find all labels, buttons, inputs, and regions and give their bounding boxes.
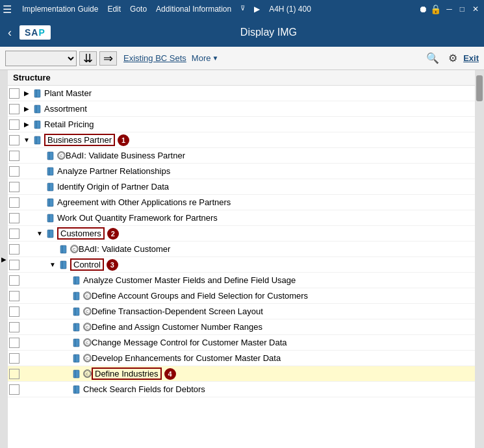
- expand-collapse-icon[interactable]: ▼: [22, 136, 31, 145]
- svg-rect-16: [47, 199, 53, 206]
- tree-row-checkbox[interactable]: [9, 135, 19, 145]
- tree-scroll[interactable]: ▶Plant Master▶Assortment▶Retail Pricing▼…: [8, 86, 475, 445]
- menu-implementation-guide[interactable]: Implementation Guide: [18, 5, 102, 14]
- node-label: Customers: [57, 227, 105, 240]
- tree-row[interactable]: Analyze Customer Master Fields and Defin…: [8, 273, 475, 288]
- step-badge: 2: [107, 228, 119, 240]
- svg-rect-4: [34, 121, 40, 129]
- tree-row[interactable]: Work Out Quantity Framework for Partners: [8, 210, 475, 226]
- title-bar: ☰ Implementation Guide Edit Goto Additio…: [0, 0, 484, 18]
- tree-row[interactable]: ▼Business Partner1: [8, 132, 475, 148]
- tree-row-checkbox[interactable]: [9, 151, 19, 161]
- menu-arrow[interactable]: ▶: [250, 5, 264, 14]
- tree-row[interactable]: Analyze Partner Relationships: [8, 164, 475, 179]
- arrow-right-btn[interactable]: ⇒: [99, 51, 117, 66]
- tree-row[interactable]: CDefine and Assign Customer Number Range…: [8, 319, 475, 335]
- node-label: Agreement with Other Applications re Par…: [57, 197, 231, 207]
- tree-row[interactable]: CDevelop Enhancements for Customer Maste…: [8, 351, 475, 366]
- minimize-btn[interactable]: ─: [444, 5, 455, 14]
- tree-row-checkbox[interactable]: [9, 384, 19, 395]
- tree-row[interactable]: ▼Control3: [8, 257, 475, 273]
- tree-row-checkbox[interactable]: [9, 275, 19, 286]
- expand-collapse-icon: [35, 214, 44, 223]
- node-book-icon: [32, 119, 43, 130]
- expand-collapse-icon[interactable]: ▶: [22, 89, 31, 98]
- scroll-thumb[interactable]: [476, 75, 483, 101]
- app-title: Display IMG: [58, 27, 479, 38]
- tree-row[interactable]: CDefine Account Groups and Field Selecti…: [8, 288, 475, 304]
- node-circle-icon: C: [83, 292, 92, 300]
- svg-rect-0: [34, 90, 40, 97]
- tree-row[interactable]: ▶Assortment: [8, 101, 475, 117]
- menu-edit[interactable]: Edit: [103, 5, 125, 14]
- menu-goto[interactable]: Goto: [126, 5, 151, 14]
- expand-collapse-icon: [61, 338, 70, 347]
- settings-button[interactable]: ⚙: [445, 51, 461, 66]
- svg-text:C: C: [86, 356, 89, 360]
- double-arrow-down-btn[interactable]: ⇊: [79, 51, 97, 66]
- expand-collapse-icon[interactable]: ▼: [48, 260, 57, 269]
- tree-row[interactable]: CBAdI: Validate Customer: [8, 242, 475, 257]
- expand-collapse-icon: [61, 354, 70, 363]
- tree-row-checkbox[interactable]: [9, 182, 19, 192]
- tree-row-checkbox[interactable]: [9, 197, 19, 208]
- tree-row-checkbox[interactable]: [9, 229, 19, 239]
- left-nav-arrow[interactable]: ▶: [1, 256, 6, 263]
- node-label: BAdI: Validate Business Partner: [66, 151, 185, 160]
- search-button[interactable]: 🔍: [423, 51, 442, 66]
- menu-instance: A4H (1) 400: [265, 5, 315, 14]
- tree-row-checkbox[interactable]: [9, 369, 19, 379]
- tree-row-checkbox[interactable]: [9, 306, 19, 317]
- tree-row-checkbox[interactable]: [9, 213, 19, 223]
- expand-collapse-icon[interactable]: ▶: [22, 120, 31, 129]
- hamburger-menu[interactable]: ☰: [3, 3, 12, 16]
- tree-row[interactable]: ▼Customers2: [8, 226, 475, 242]
- tree-row[interactable]: CChange Message Control for Customer Mas…: [8, 335, 475, 351]
- svg-text:C: C: [86, 341, 89, 345]
- svg-rect-50: [73, 370, 79, 378]
- tree-row[interactable]: ▶Plant Master: [8, 86, 475, 101]
- tree-row-checkbox[interactable]: [9, 260, 19, 270]
- svg-rect-42: [73, 339, 79, 347]
- existing-bc-sets-link[interactable]: Existing BC Sets: [123, 53, 186, 63]
- toolbar: ⇊ ⇒ Existing BC Sets More ▼ 🔍 ⚙ Exit: [0, 47, 484, 70]
- menu-additional-information[interactable]: Additional Information: [152, 5, 235, 14]
- left-indicator: ▶: [0, 70, 8, 448]
- svg-rect-18: [47, 214, 53, 222]
- exit-button[interactable]: Exit: [463, 53, 479, 63]
- tree-row[interactable]: Agreement with Other Applications re Par…: [8, 195, 475, 210]
- more-dropdown[interactable]: More ▼: [192, 53, 219, 63]
- tree-row-checkbox[interactable]: [9, 291, 19, 301]
- node-label: Define Account Groups and Field Selectio…: [92, 291, 308, 301]
- tree-row-checkbox[interactable]: [9, 322, 19, 332]
- tree-row-checkbox[interactable]: [9, 338, 19, 348]
- close-btn[interactable]: ✕: [470, 5, 481, 14]
- record-icon[interactable]: ⏺: [418, 4, 427, 14]
- tree-row[interactable]: ▶Retail Pricing: [8, 117, 475, 132]
- node-label: Identify Origin of Partner Data: [57, 182, 169, 192]
- vertical-scrollbar[interactable]: [475, 70, 484, 448]
- tree-row-checkbox[interactable]: [9, 119, 19, 130]
- app-bar: ‹ SAP Display IMG: [0, 18, 484, 47]
- node-book-icon: [45, 151, 56, 161]
- tree-row[interactable]: CBAdI: Validate Business Partner: [8, 148, 475, 164]
- lock-icon[interactable]: 🔒: [430, 4, 441, 14]
- tree-row[interactable]: Check Search Fields for Debtors: [8, 382, 475, 397]
- node-book-icon: [58, 244, 69, 255]
- tree-row[interactable]: CDefine Transaction-Dependent Screen Lay…: [8, 304, 475, 319]
- tree-row-checkbox[interactable]: [9, 244, 19, 255]
- tree-row[interactable]: CDefine Industries4: [8, 366, 475, 382]
- tree-row-checkbox[interactable]: [9, 88, 19, 99]
- expand-collapse-icon: [35, 182, 44, 192]
- tree-row-checkbox[interactable]: [9, 104, 19, 114]
- expand-collapse-icon[interactable]: ▶: [22, 105, 31, 114]
- node-book-icon: [71, 322, 82, 332]
- maximize-btn[interactable]: □: [457, 5, 467, 14]
- tree-row-checkbox[interactable]: [9, 353, 19, 364]
- tree-row-checkbox[interactable]: [9, 166, 19, 177]
- back-button[interactable]: ‹: [5, 23, 14, 42]
- dropdown-select[interactable]: [5, 51, 77, 66]
- node-circle-icon: C: [83, 323, 92, 331]
- tree-row[interactable]: Identify Origin of Partner Data: [8, 179, 475, 195]
- expand-collapse-icon[interactable]: ▼: [35, 229, 44, 238]
